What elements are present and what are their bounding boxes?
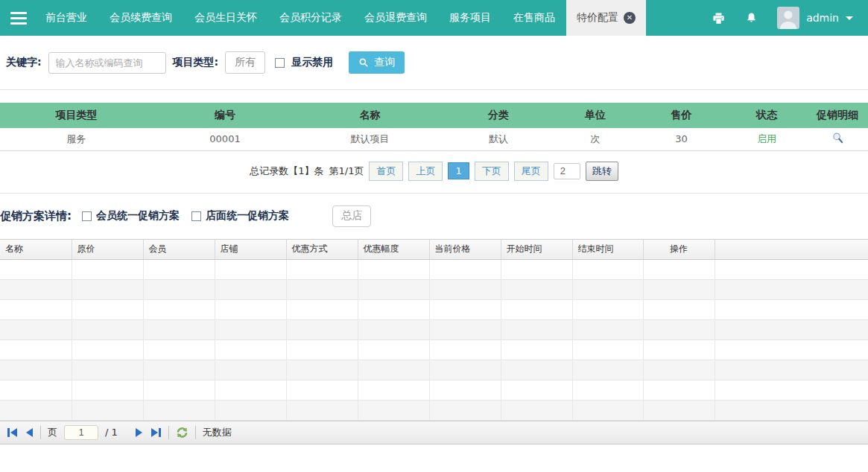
pager-next-icon[interactable] <box>135 427 144 438</box>
col-start-time[interactable]: 开始时间 <box>501 239 572 259</box>
pager-status-text: 无数据 <box>203 426 232 439</box>
tab-special-price-config[interactable]: 特价配置 <box>566 0 646 36</box>
promo-detail-magnifier-icon[interactable] <box>831 132 844 147</box>
nav-item-renewal-query[interactable]: 会员续费查询 <box>98 0 183 36</box>
promo-grid-empty-cell <box>143 319 215 339</box>
promo-grid-empty-cell <box>72 279 143 299</box>
promo-grid-empty-cell <box>501 259 572 279</box>
promo-grid-empty-cell <box>501 380 572 400</box>
promo-grid-empty-cell <box>0 279 72 299</box>
menu-icon[interactable] <box>0 0 34 36</box>
cell-name: 默认项目 <box>297 128 443 150</box>
notifications-bell-icon[interactable] <box>745 11 758 25</box>
promo-grid-empty-cell <box>643 360 715 380</box>
item-type-select[interactable]: 所有 <box>225 51 265 74</box>
promo-detail-title: 促销方案详情: <box>0 209 72 223</box>
col-end-time[interactable]: 结束时间 <box>572 239 643 259</box>
promo-grid-empty-cell <box>72 400 143 420</box>
promo-grid-empty-cell <box>715 339 868 360</box>
search-button[interactable]: 查询 <box>349 51 405 74</box>
pager-last-icon[interactable] <box>151 427 162 438</box>
promo-grid-empty-row <box>0 360 868 380</box>
search-button-label: 查询 <box>374 56 395 69</box>
cell-unit: 次 <box>554 128 636 150</box>
nav-item-front-desk[interactable]: 前台营业 <box>34 0 98 36</box>
promo-grid-empty-cell <box>358 299 429 319</box>
nav-item-service-items[interactable]: 服务项目 <box>438 0 502 36</box>
promo-grid-empty-cell <box>0 299 72 319</box>
items-table-header-row: 项目类型 编号 名称 分类 单位 售价 状态 促销明细 <box>0 103 868 128</box>
pager-page-label: 页 <box>48 426 57 439</box>
col-actions[interactable]: 操作 <box>643 239 715 259</box>
tab-label: 特价配置 <box>577 11 618 25</box>
promo-grid-empty-cell <box>429 380 501 400</box>
pager-separator <box>40 426 41 439</box>
store-unified-plan-checkbox[interactable] <box>191 211 201 221</box>
last-page-button[interactable]: 尾页 <box>514 162 548 181</box>
col-discount-method[interactable]: 优惠方式 <box>286 239 358 259</box>
promo-grid-empty-cell <box>572 259 643 279</box>
top-navbar: 前台营业 会员续费查询 会员生日关怀 会员积分记录 会员退费查询 服务项目 在售… <box>0 0 868 36</box>
user-menu[interactable]: admin <box>777 7 853 29</box>
nav-item-goods-on-sale[interactable]: 在售商品 <box>502 0 566 36</box>
status-enabled-link[interactable]: 启用 <box>757 133 776 144</box>
promo-grid-empty-cell <box>72 380 143 400</box>
col-store[interactable]: 店铺 <box>215 239 286 259</box>
col-price: 售价 <box>636 103 726 128</box>
member-unified-plan-label: 会员统一促销方案 <box>96 209 180 223</box>
prev-page-button[interactable]: 上页 <box>408 162 443 181</box>
keyword-input[interactable] <box>48 52 166 74</box>
promo-grid-empty-cell <box>429 400 501 420</box>
promo-grid-empty-cell <box>715 319 868 339</box>
promo-grid-empty-cell <box>715 360 868 380</box>
col-status: 状态 <box>726 103 807 128</box>
promo-grid-empty-row <box>0 279 868 299</box>
promo-grid-empty-cell <box>429 279 501 299</box>
promo-grid-empty-cell <box>715 259 868 279</box>
promo-grid-empty-cell <box>358 339 429 360</box>
pager-page-input[interactable] <box>64 425 98 440</box>
col-discount-range[interactable]: 优惠幅度 <box>358 239 429 259</box>
col-promo-name[interactable]: 名称 <box>0 239 72 259</box>
member-unified-plan-checkbox[interactable] <box>82 211 92 221</box>
goto-page-input[interactable] <box>554 163 580 179</box>
pager-first-icon[interactable] <box>7 427 18 438</box>
nav-item-points-record[interactable]: 会员积分记录 <box>268 0 353 36</box>
promo-plan-bar: 促销方案详情: 会员统一促销方案 店面统一促销方案 总店 <box>0 194 868 239</box>
pager-prev-icon[interactable] <box>25 427 34 438</box>
promo-grid-empty-cell <box>572 279 643 299</box>
close-tab-icon[interactable] <box>624 12 636 24</box>
show-disabled-checkbox[interactable] <box>275 58 285 68</box>
promo-grid-empty-cell <box>429 319 501 339</box>
cell-category: 默认 <box>443 128 554 150</box>
nav-item-refund-query[interactable]: 会员退费查询 <box>353 0 438 36</box>
promo-grid-empty-cell <box>429 259 501 279</box>
promo-grid-empty-cell <box>0 360 72 380</box>
promo-grid-empty-cell <box>429 339 501 360</box>
nav-item-birthday-care[interactable]: 会员生日关怀 <box>183 0 268 36</box>
promo-grid-body <box>0 259 868 420</box>
head-store-button[interactable]: 总店 <box>332 205 371 227</box>
next-page-button[interactable]: 下页 <box>475 162 509 181</box>
pager-separator <box>168 426 169 439</box>
promo-grid-empty-cell <box>715 299 868 319</box>
store-unified-plan-label: 店面统一促销方案 <box>206 209 289 223</box>
col-member[interactable]: 会员 <box>143 239 215 259</box>
promo-grid-empty-cell <box>143 299 215 319</box>
promo-grid-empty-cell <box>643 319 715 339</box>
promo-grid-empty-cell <box>0 380 72 400</box>
print-icon[interactable] <box>712 11 726 25</box>
pager-page-total: / 1 <box>105 427 118 438</box>
promo-grid-empty-cell <box>0 319 72 339</box>
jump-button[interactable]: 跳转 <box>586 162 618 181</box>
first-page-button[interactable]: 首页 <box>369 162 403 181</box>
col-current-price[interactable]: 当前价格 <box>429 239 501 259</box>
promo-grid-empty-cell <box>143 339 215 360</box>
promo-grid-empty-cell <box>143 400 215 420</box>
col-original-price[interactable]: 原价 <box>72 239 143 259</box>
search-icon <box>358 57 369 68</box>
refresh-icon[interactable] <box>176 427 189 438</box>
promo-grid-empty-cell <box>72 360 143 380</box>
current-page-button[interactable]: 1 <box>448 162 469 179</box>
promo-grid-empty-cell <box>715 380 868 400</box>
